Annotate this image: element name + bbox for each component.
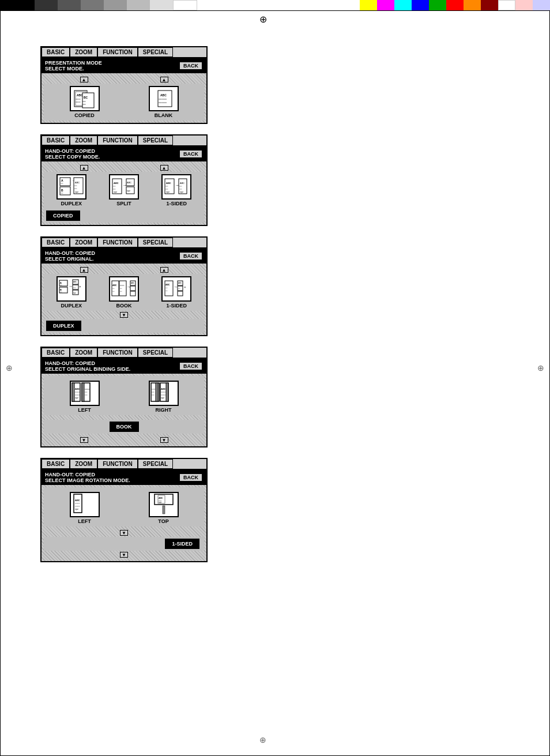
svg-text:══: ══ xyxy=(74,187,77,190)
border-top xyxy=(0,10,550,11)
svg-text:ABC: ABC xyxy=(160,93,167,97)
option-label-onesided: 1-SIDED xyxy=(167,201,187,206)
status-duplex[interactable]: DUPLEX xyxy=(46,321,81,331)
panel-header-1: PRESENTATION MODE SELECT MODE. BACK xyxy=(42,58,206,73)
back-button-2[interactable]: BACK xyxy=(179,149,203,159)
status-bar-5: 1-SIDED xyxy=(44,537,204,551)
scroll-row-3: ▲ ▲ xyxy=(44,266,204,274)
status-onesided[interactable]: 1-SIDED xyxy=(165,539,199,549)
panel-binding-side: BASIC ZOOM FUNCTION SPECIAL HAND-OUT: CO… xyxy=(40,347,208,447)
rot-left-svg: ABC ════ ════ xyz xyxy=(71,492,99,517)
option-left-bind[interactable]: ABC ════ ════ xyz ═══ ══ ══ LEFT xyxy=(70,381,100,413)
scroll-down-4b[interactable]: ▼ xyxy=(160,437,168,443)
panel-body-2: ▲ ▲ A ══ B ══ → xyxy=(42,161,206,225)
tab-special-3[interactable]: SPECIAL xyxy=(138,238,173,247)
header-line2-5: SELECT IMAGE ROTATION MODE. xyxy=(45,477,130,483)
tab-special-5[interactable]: SPECIAL xyxy=(138,459,173,469)
svg-text:ABC: ABC xyxy=(75,499,80,502)
option-rot-top[interactable]: ABC ═══ xyz TOP xyxy=(149,492,179,524)
scroll-down-5[interactable]: ▼ xyxy=(120,530,128,536)
tab-basic-5[interactable]: BASIC xyxy=(42,459,70,469)
svg-text:═════: ═════ xyxy=(158,101,167,104)
tab-zoom-3[interactable]: ZOOM xyxy=(70,238,97,247)
svg-text:══: ══ xyxy=(60,192,63,194)
panel-header-5: HAND-OUT: COPIED SELECT IMAGE ROTATION M… xyxy=(42,470,206,485)
tab-zoom-4[interactable]: ZOOM xyxy=(70,348,97,358)
scroll-down-5b[interactable]: ▼ xyxy=(120,552,128,558)
option-book[interactable]: ABC ══ ══ ═══ ══ ══ → ABC xyxy=(109,276,139,309)
tab-special-2[interactable]: SPECIAL xyxy=(138,136,173,145)
option-blank[interactable]: ABC ═════ ═════ BLANK xyxy=(149,86,179,118)
option-label-onesided2: 1-SIDED xyxy=(167,303,187,309)
tab-function-4[interactable]: FUNCTION xyxy=(97,348,138,358)
svg-text:→: → xyxy=(174,285,178,289)
tab-basic-3[interactable]: BASIC xyxy=(42,238,70,247)
svg-rect-85 xyxy=(72,383,74,401)
tab-basic-1[interactable]: BASIC xyxy=(42,47,70,57)
tab-function-3[interactable]: FUNCTION xyxy=(97,238,138,247)
option-onesided2[interactable]: ABC ══ ══ → ABC ══ × 1-SIDED xyxy=(161,276,191,309)
svg-text:ABC: ABC xyxy=(180,182,184,185)
color-swatches-gray xyxy=(35,0,197,10)
color-swatch-gray1 xyxy=(35,0,58,10)
duplex2-svg: A ══ B ══ → ABC ══ ══ xyz xyxy=(59,176,84,197)
scroll-up-1b[interactable]: ▲ xyxy=(160,77,168,82)
tab-zoom-1[interactable]: ZOOM xyxy=(70,47,97,57)
svg-text:xyz: xyz xyxy=(73,292,76,294)
options-row-4: ABC ════ ════ xyz ═══ ══ ══ LEFT xyxy=(44,376,204,415)
svg-text:══: ══ xyxy=(82,103,86,106)
header-line1-4: HAND-OUT: COPIED xyxy=(45,360,130,366)
scroll-up-1a[interactable]: ▲ xyxy=(80,77,88,82)
tab-basic-2[interactable]: BASIC xyxy=(42,136,70,145)
back-button-4[interactable]: BACK xyxy=(179,362,203,371)
svg-text:xyz: xyz xyxy=(114,190,117,193)
panel-body-1: ▲ ▲ ABC ═══ ═══ xyxy=(42,73,206,123)
header-line2-4: SELECT ORIGINAL BINDING SIDE. xyxy=(45,366,130,372)
status-book[interactable]: BOOK xyxy=(110,422,139,432)
svg-text:════: ════ xyxy=(160,391,166,393)
back-button-3[interactable]: BACK xyxy=(179,251,203,261)
back-button-5[interactable]: BACK xyxy=(179,473,203,482)
tab-function-1[interactable]: FUNCTION xyxy=(97,47,138,57)
tab-zoom-2[interactable]: ZOOM xyxy=(70,136,97,145)
option-duplex2[interactable]: A ══ B ══ → ABC ══ ══ xyz xyxy=(56,174,86,206)
option-split[interactable]: ABC ══ ══ xyz → ABC xyz SPLIT xyxy=(109,174,139,206)
header-text-1: PRESENTATION MODE SELECT MODE. xyxy=(45,60,102,72)
scroll-up-2a[interactable]: ▲ xyxy=(80,165,88,171)
scroll-up-3a[interactable]: ▲ xyxy=(80,267,88,273)
option-icon-blank: ABC ═════ ═════ xyxy=(149,86,179,111)
svg-text:xyz: xyz xyxy=(180,190,183,193)
option-right-bind[interactable]: ═══ ══ ══ ABC ════ ════ xyz RIGHT xyxy=(149,381,179,413)
tab-zoom-5[interactable]: ZOOM xyxy=(70,459,97,469)
svg-text:ABC: ABC xyxy=(75,388,80,390)
header-line2-3: SELECT ORIGINAL. xyxy=(45,256,95,262)
tab-special-1[interactable]: SPECIAL xyxy=(138,47,173,57)
tab-basic-4[interactable]: BASIC xyxy=(42,348,70,358)
option-onesided[interactable]: ABC ══ ══ xyz → ABC ══ ══ xyz 1-SIDED xyxy=(161,174,191,206)
tab-special-4[interactable]: SPECIAL xyxy=(138,348,173,358)
option-duplex-orig[interactable]: A ══ B ══ → ABC ══ xyz × xyxy=(56,276,86,309)
svg-text:══: ══ xyxy=(112,291,115,292)
blank-svg: ABC ═════ ═════ xyxy=(151,88,176,109)
status-copied[interactable]: COPIED xyxy=(46,210,80,221)
svg-text:ABC: ABC xyxy=(127,181,131,184)
scroll-row-5: ▼ xyxy=(44,529,204,537)
svg-text:══: ══ xyxy=(60,182,63,185)
header-text-2: HAND-OUT: COPIED SELECT COPY MODE. xyxy=(45,148,100,160)
option-copied[interactable]: ABC ═══ ═══ BC ══ ══ COPIED xyxy=(70,86,100,118)
header-line1-3: HAND-OUT: COPIED xyxy=(45,250,95,256)
scroll-up-2b[interactable]: ▲ xyxy=(160,165,168,171)
option-rot-left[interactable]: ABC ════ ════ xyz LEFT xyxy=(70,492,100,524)
svg-text:xyz: xyz xyxy=(166,190,169,193)
svg-text:══: ══ xyxy=(165,290,168,292)
scroll-up-3b[interactable]: ▲ xyxy=(160,267,168,273)
scroll-down-4a[interactable]: ▼ xyxy=(80,437,88,443)
svg-text:xyz: xyz xyxy=(75,507,78,510)
back-button-1[interactable]: BACK xyxy=(179,61,203,70)
panel-handout-original: BASIC ZOOM FUNCTION SPECIAL HAND-OUT: CO… xyxy=(40,236,208,336)
onesided-svg: ABC ══ ══ xyz → ABC ══ ══ xyz xyxy=(164,176,189,197)
tab-function-2[interactable]: FUNCTION xyxy=(97,136,138,145)
svg-text:ABC: ABC xyxy=(73,281,77,283)
scroll-down-3[interactable]: ▼ xyxy=(120,312,128,318)
tab-function-5[interactable]: FUNCTION xyxy=(97,459,138,469)
